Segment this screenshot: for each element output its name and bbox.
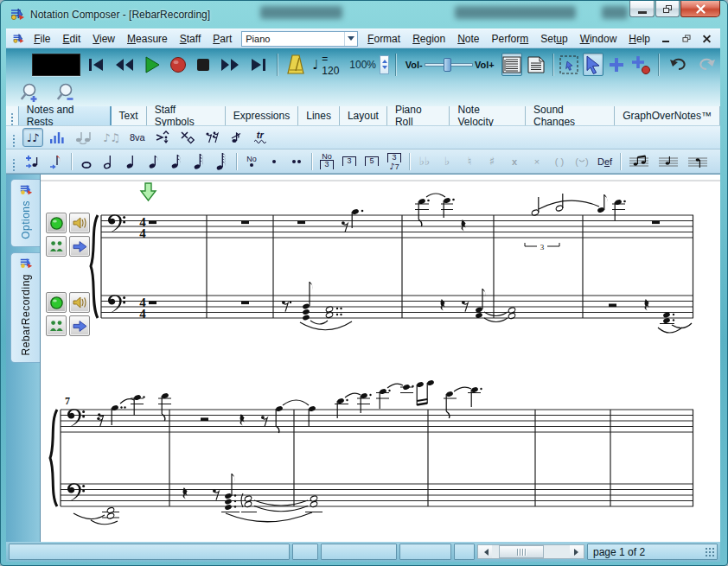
menu-region[interactable]: Region — [406, 31, 451, 47]
scrollbar-thumb[interactable] — [499, 545, 544, 558]
scroll-left-button[interactable] — [478, 545, 492, 558]
menu-perform[interactable]: Perform — [486, 31, 535, 47]
play-button[interactable] — [141, 53, 163, 77]
beam-notes-on-staff-button[interactable] — [625, 152, 653, 171]
half-note-button[interactable] — [99, 152, 119, 171]
record-button[interactable] — [167, 53, 189, 77]
note-velocity-bars-button[interactable] — [46, 128, 68, 147]
insert-note-button[interactable] — [22, 152, 44, 171]
double-sharp-button[interactable]: x — [504, 152, 525, 171]
menu-window[interactable]: Window — [574, 31, 623, 47]
default-accidental-button[interactable]: Def — [594, 152, 616, 171]
playback-marker-arrow[interactable] — [141, 183, 156, 200]
toolbar-grip[interactable] — [10, 135, 18, 140]
accent-marks-button[interactable] — [151, 128, 174, 147]
tab-text[interactable]: Text — [112, 106, 147, 125]
restore-button[interactable] — [655, 1, 680, 17]
tab-lines[interactable]: Lines — [298, 106, 340, 125]
sidebar-tab-rebarrecording[interactable]: RebarRecording — [10, 252, 40, 363]
menu-help[interactable]: Help — [623, 31, 656, 47]
titlebar[interactable]: Notation Composer - [RebarRecording] — [1, 1, 727, 29]
zoom-spin-down-button[interactable] — [380, 65, 388, 73]
menu-setup[interactable]: Setup — [534, 31, 573, 47]
mdi-restore-button[interactable] — [677, 31, 695, 46]
whole-note-button[interactable] — [76, 152, 97, 171]
beamed-notes-button[interactable]: ♪♫ — [99, 128, 124, 147]
thirtysecond-note-button[interactable] — [188, 152, 209, 171]
volume-slider[interactable] — [425, 63, 473, 67]
tab-notes-and-rests[interactable]: Notes and Rests — [18, 106, 112, 125]
app-icon-small[interactable] — [12, 32, 24, 46]
mdi-minimize-button[interactable] — [656, 31, 674, 46]
menu-note[interactable]: Note — [451, 31, 485, 47]
tab-expressions[interactable]: Expressions — [226, 106, 298, 125]
natural-button[interactable]: ♮ — [459, 152, 480, 171]
parentheses-button[interactable]: ( ) — [549, 152, 570, 171]
menu-view[interactable]: View — [86, 31, 121, 47]
toolbar-grip[interactable] — [8, 106, 16, 125]
menu-measure[interactable]: Measure — [121, 31, 174, 47]
volume-slider-handle[interactable] — [444, 58, 451, 72]
part-selector-dropdown[interactable] — [344, 32, 357, 46]
sixtyfourth-note-button[interactable] — [211, 152, 232, 171]
note-stem-up-staff-button[interactable] — [655, 152, 682, 171]
tab-sound-changes[interactable]: Sound Changes — [526, 106, 615, 125]
score-layout-view-button[interactable] — [501, 53, 522, 76]
tied-notes-button[interactable] — [71, 128, 97, 147]
page-view-button[interactable] — [526, 53, 546, 76]
insert-rest-button[interactable] — [46, 152, 67, 171]
notehead-shape-button[interactable] — [176, 128, 199, 147]
scrollbar-track[interactable] — [492, 545, 570, 558]
rests-button[interactable] — [201, 128, 224, 147]
no-dot-button[interactable]: No — [241, 152, 262, 171]
octave-8va-button[interactable]: 8va — [126, 128, 149, 147]
scroll-right-button[interactable] — [570, 545, 584, 558]
notes-mode-button[interactable]: ♩♪ — [22, 128, 43, 147]
trill-button[interactable]: tr — [250, 128, 271, 147]
zoom-spin-up-button[interactable] — [380, 56, 388, 65]
note-stem-through-staff-button[interactable] — [684, 152, 712, 171]
add-note-mode-button[interactable] — [607, 53, 626, 76]
double-flat-button[interactable]: ♭♭ — [414, 152, 435, 171]
single-dot-button[interactable] — [264, 152, 284, 171]
fast-forward-button[interactable] — [217, 53, 243, 77]
tab-piano-roll[interactable]: Piano Roll — [387, 106, 450, 125]
redo-button[interactable] — [694, 53, 720, 77]
menu-staff[interactable]: Staff — [174, 31, 207, 47]
no-tuplet-button[interactable]: No3 — [316, 152, 337, 171]
part-selector[interactable]: Piano — [241, 31, 358, 47]
menu-edit[interactable]: Edit — [57, 31, 87, 47]
tab-graphovernotes[interactable]: GraphOverNotes™ — [615, 106, 720, 125]
menu-format[interactable]: Format — [361, 31, 406, 47]
go-to-end-button[interactable] — [246, 53, 271, 77]
eighth-note-button[interactable] — [144, 152, 164, 171]
flat-button[interactable]: ♭ — [437, 152, 457, 171]
menu-file[interactable]: File — [28, 31, 56, 47]
go-to-start-button[interactable] — [84, 53, 108, 77]
custom-tuplet-button[interactable]: 3 ♪7 — [384, 152, 405, 171]
toolbar-grip[interactable] — [10, 159, 18, 164]
score-document[interactable]: 4 4 4 4 — [40, 175, 720, 542]
quarter-note-button[interactable] — [121, 152, 142, 171]
metronome-button[interactable] — [283, 53, 309, 77]
tab-note-velocity[interactable]: Note Velocity — [450, 106, 526, 125]
undo-button[interactable] — [665, 53, 691, 77]
stop-button[interactable] — [193, 53, 214, 77]
zoom-out-button[interactable] — [53, 81, 80, 105]
arrow-select-button[interactable] — [583, 53, 603, 76]
close-button[interactable] — [680, 1, 720, 17]
resize-grip[interactable] — [705, 547, 715, 557]
triplet-button[interactable]: 3 — [339, 152, 360, 171]
remove-accidental-button[interactable]: × — [527, 152, 547, 171]
double-dot-button[interactable] — [286, 152, 307, 171]
score-canvas[interactable]: 4 4 4 4 — [41, 175, 720, 542]
horizontal-scrollbar[interactable] — [477, 544, 584, 559]
parentheses-tie-button[interactable]: () — [572, 152, 592, 171]
sharp-button[interactable]: ♯ — [482, 152, 502, 171]
marquee-select-button[interactable] — [559, 53, 579, 76]
mdi-close-button[interactable] — [698, 31, 716, 46]
rewind-button[interactable] — [112, 53, 137, 77]
tab-layout[interactable]: Layout — [340, 106, 387, 125]
add-record-mode-button[interactable] — [629, 53, 652, 76]
sixteenth-note-button[interactable] — [166, 152, 187, 171]
